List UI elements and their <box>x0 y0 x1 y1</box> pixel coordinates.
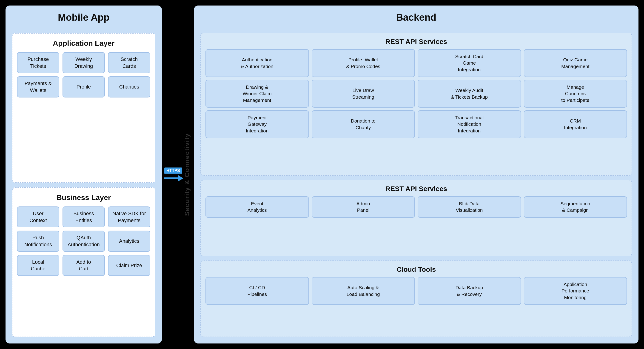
rest-api-section-2: REST API Services Event Analytics Admin … <box>200 180 632 256</box>
arrow-container: HTTPS <box>164 168 184 182</box>
card-payments-wallets: Payments & Wallets <box>17 76 59 97</box>
business-layer-title: Business Layer <box>17 193 150 202</box>
card-ci-cd: CI / CD Pipelines <box>206 277 309 305</box>
biz-layer-rows: User Context Business Entities Native SD… <box>17 206 150 276</box>
card-scratch-card-game: Scratch Card Game Integration <box>418 49 521 77</box>
backend-panel: Backend REST API Services Authentication… <box>194 6 638 344</box>
rest-api-1-title: REST API Services <box>206 38 627 46</box>
card-manage-countries: Manage Countries to Participate <box>524 80 627 108</box>
card-native-sdk: Native SDK for Payments <box>108 206 150 228</box>
card-qauth: QAuth Authentication <box>62 230 105 252</box>
card-drawing-winner: Drawing & Winner Claim Management <box>206 80 309 108</box>
card-scratch-cards: Scratch Cards <box>108 52 150 73</box>
card-local-cache: Local Cache <box>17 255 59 276</box>
card-add-to-cart: Add to Cart <box>62 255 105 276</box>
card-analytics: Analytics <box>108 230 150 252</box>
mobile-app-title: Mobile App <box>12 12 155 23</box>
card-charities: Charities <box>108 76 150 97</box>
connector-label: Security & Connectivity <box>184 133 191 216</box>
rest-api-section-1: REST API Services Authentication & Autho… <box>200 33 632 176</box>
card-event-analytics: Event Analytics <box>206 196 309 218</box>
card-bi-data: BI & Data Visualization <box>418 196 521 218</box>
card-auth: Authentication & Authorization <box>206 49 309 77</box>
card-transactional: Transactional Notification Integration <box>418 110 521 138</box>
card-user-context: User Context <box>17 206 59 228</box>
application-layer-box: Application Layer Purchase Tickets Weekl… <box>12 33 155 183</box>
rest-api-2-grid: Event Analytics Admin Panel BI & Data Vi… <box>206 196 627 218</box>
rest-api-2-title: REST API Services <box>206 185 627 193</box>
card-payment-gateway: Payment Gateway Integration <box>206 110 309 138</box>
https-badge: HTTPS <box>164 168 182 174</box>
card-crm: CRM Integration <box>524 110 627 138</box>
card-data-backup: Data Backup & Recovery <box>418 277 521 305</box>
rest-api-1-grid: Authentication & Authorization Profile, … <box>206 49 627 138</box>
cloud-tools-section: Cloud Tools CI / CD Pipelines Auto Scali… <box>200 260 632 337</box>
card-donation-charity: Donation to Charity <box>312 110 415 138</box>
diagram-wrapper: Mobile App Application Layer Purchase Ti… <box>0 0 644 349</box>
card-profile-wallet: Profile, Wallet & Promo Codes <box>312 49 415 77</box>
app-layer-row1: Purchase Tickets Weekly Drawing Scratch … <box>17 52 150 98</box>
card-auto-scaling: Auto Scaling & Load Balancing <box>312 277 415 305</box>
backend-title: Backend <box>200 12 632 23</box>
card-weekly-audit: Weekly Audit & Tickets Backup <box>418 80 521 108</box>
mobile-app-panel: Mobile App Application Layer Purchase Ti… <box>6 6 162 344</box>
application-layer-title: Application Layer <box>17 39 150 48</box>
card-purchase-tickets: Purchase Tickets <box>17 52 59 73</box>
cloud-tools-title: Cloud Tools <box>206 266 627 273</box>
card-quiz-game: Quiz Game Management <box>524 49 627 77</box>
card-push-notifications: Push Notifications <box>17 230 59 252</box>
business-layer-box: Business Layer User Context Business Ent… <box>12 187 155 337</box>
card-live-draw: Live Draw Streaming <box>312 80 415 108</box>
connector: HTTPS Security & Connectivity <box>162 6 194 344</box>
card-admin-panel: Admin Panel <box>312 196 415 218</box>
arrow-shaft <box>164 178 178 179</box>
card-segmentation: Segmentation & Campaign <box>524 196 627 218</box>
card-claim-prize: Claim Prize <box>108 255 150 276</box>
card-profile: Profile <box>62 76 105 97</box>
arrow-head <box>178 175 184 182</box>
card-app-performance: Application Performance Monitoring <box>524 277 627 305</box>
cloud-tools-grid: CI / CD Pipelines Auto Scaling & Load Ba… <box>206 277 627 305</box>
card-business-entities: Business Entities <box>62 206 105 228</box>
card-weekly-drawing: Weekly Drawing <box>62 52 105 73</box>
